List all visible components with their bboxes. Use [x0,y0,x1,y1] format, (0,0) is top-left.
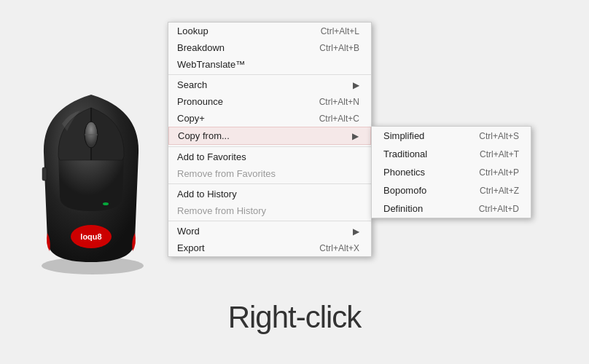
rightclick-text: Right-click [228,300,362,334]
submenu-phonetics-label: Phonetics [383,167,425,178]
menu-item-export-label: Export [177,242,205,253]
menu-item-copyplus[interactable]: Copy+ Ctrl+Alt+C [168,110,371,127]
menu-item-removefromhistory: Remove from History [168,202,371,219]
submenu-traditional-shortcut: Ctrl+Alt+T [480,149,519,159]
menu-item-addtohistory[interactable]: Add to History [168,186,371,202]
menu-item-lookup-label: Lookup [177,25,208,36]
separator-4 [168,221,371,221]
menu-item-export-shortcut: Ctrl+Alt+X [319,243,359,253]
menu-item-search-label: Search [177,79,207,90]
rightclick-label: Right-click [228,300,362,335]
menu-item-search[interactable]: Search ▶ [168,76,371,93]
submenu-phonetics-shortcut: Ctrl+Alt+P [479,167,519,178]
menu-item-pronounce-label: Pronounce [177,96,223,107]
separator-3 [168,183,371,184]
menu-item-breakdown[interactable]: Breakdown Ctrl+Alt+B [168,39,371,56]
submenu-item-traditional[interactable]: Traditional Ctrl+Alt+T [372,145,531,163]
submenu-simplified-shortcut: Ctrl+Alt+S [479,131,519,141]
menu-item-removefromfav-label: Remove from Favorites [177,168,276,179]
menu-item-lookup[interactable]: Lookup Ctrl+Alt+L [168,23,371,39]
menu-item-removefromhistory-label: Remove from History [177,205,266,216]
context-menu: Lookup Ctrl+Alt+L Breakdown Ctrl+Alt+B W… [168,22,372,257]
submenu-traditional-label: Traditional [383,149,427,159]
menu-item-pronounce-shortcut: Ctrl+Alt+N [319,97,359,107]
menu-item-copyplus-label: Copy+ [177,113,205,124]
context-menu-wrapper: Lookup Ctrl+Alt+L Breakdown Ctrl+Alt+B W… [168,22,372,257]
menu-item-webtranslate-label: WebTranslate™ [177,59,245,70]
menu-item-pronounce[interactable]: Pronounce Ctrl+Alt+N [168,93,371,110]
menu-item-word-label: Word [177,226,200,237]
menu-item-breakdown-label: Breakdown [177,42,225,53]
submenu-definition-label: Definition [383,203,423,214]
menu-item-webtranslate[interactable]: WebTranslate™ [168,56,371,73]
separator-1 [168,74,371,75]
submenu-bopomofo-shortcut: Ctrl+Alt+Z [480,186,519,196]
submenu-item-bopomofo[interactable]: Bopomofo Ctrl+Alt+Z [372,181,531,199]
submenu-simplified-label: Simplified [383,130,424,141]
menu-item-addtofav-label: Add to Favorites [177,151,246,162]
search-arrow-icon: ▶ [353,80,359,90]
submenu-item-definition[interactable]: Definition Ctrl+Alt+D [372,199,531,218]
menu-item-copyfrom[interactable]: Copy from... ▶ Simplified Ctrl+Alt+S Tra… [168,127,371,145]
menu-item-breakdown-shortcut: Ctrl+Alt+B [319,43,359,53]
copyfrom-arrow-icon: ▶ [352,131,359,141]
menu-item-removefromfav: Remove from Favorites [168,165,371,182]
svg-point-7 [103,202,109,205]
submenu-item-simplified[interactable]: Simplified Ctrl+Alt+S [372,127,531,145]
mouse-illustration: loqu8 [22,66,168,298]
svg-text:loqu8: loqu8 [80,232,101,241]
menu-item-lookup-shortcut: Ctrl+Alt+L [321,26,359,36]
scene: loqu8 Lookup Ctrl+Alt+L Breakdown Ctrl+A… [0,0,589,364]
submenu-bopomofo-label: Bopomofo [383,185,426,196]
submenu-copyfrom: Simplified Ctrl+Alt+S Traditional Ctrl+A… [371,126,531,218]
menu-item-copyplus-shortcut: Ctrl+Alt+C [319,114,359,124]
submenu-definition-shortcut: Ctrl+Alt+D [479,204,519,214]
menu-item-addtofav[interactable]: Add to Favorites [168,149,371,165]
svg-rect-4 [42,167,47,181]
menu-item-copyfrom-label: Copy from... [178,130,230,141]
menu-item-export[interactable]: Export Ctrl+Alt+X [168,240,371,256]
separator-2 [168,146,371,147]
menu-item-addtohistory-label: Add to History [177,189,237,199]
word-arrow-icon: ▶ [353,226,359,237]
menu-item-word[interactable]: Word ▶ [168,223,371,240]
submenu-item-phonetics[interactable]: Phonetics Ctrl+Alt+P [372,163,531,181]
